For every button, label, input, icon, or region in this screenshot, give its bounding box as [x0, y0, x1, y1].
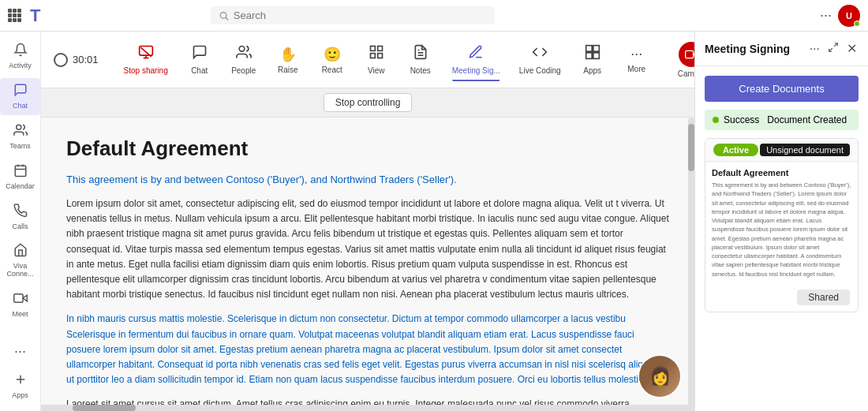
svg-rect-8 [13, 294, 22, 303]
apps-grid-icon[interactable] [8, 9, 22, 23]
panel-close-icon[interactable]: ✕ [845, 39, 859, 58]
sidebar-activity-label: Activity [9, 62, 32, 70]
sidebar-item-teams[interactable]: Teams [0, 118, 40, 155]
participant-avatar: 👩 [638, 354, 682, 398]
sidebar: Activity Chat Teams Calendar Calls [0, 32, 41, 411]
people-button[interactable]: People [222, 41, 266, 78]
doc-preview-text: This agreement is by and between Contoso… [712, 181, 851, 278]
sidebar-calls-label: Calls [12, 223, 28, 231]
more-toolbar-icon: ··· [630, 46, 642, 62]
panel-header-icons: ··· ✕ [808, 39, 859, 58]
sidebar-item-meet[interactable]: Meet [0, 286, 40, 323]
success-bar: Success Document Created [705, 110, 859, 130]
panel-more-icon[interactable]: ··· [808, 40, 821, 58]
chat-icon [13, 83, 28, 101]
svg-point-15 [239, 47, 245, 52]
calls-icon [13, 204, 28, 222]
search-input[interactable] [234, 9, 487, 21]
chat-label: Chat [191, 66, 208, 75]
apps-toolbar-icon [585, 44, 600, 64]
live-coding-label: Live Coding [519, 66, 561, 75]
svg-rect-22 [586, 46, 592, 51]
create-documents-button[interactable]: Create Documents [705, 76, 859, 102]
live-coding-button[interactable]: Live Coding [510, 41, 571, 78]
sidebar-item-more[interactable]: ··· [0, 338, 40, 364]
toolbar-items: Stop sharing Chat People [114, 41, 659, 78]
camera-button[interactable]: Camera [672, 39, 694, 81]
live-coding-icon [532, 44, 548, 64]
view-label: View [368, 66, 385, 75]
content-area: 30:01 Stop sharing Ch [41, 32, 868, 411]
avatar[interactable]: U [838, 5, 860, 27]
meeting-sig-button[interactable]: Meeting Sig... [443, 41, 510, 78]
stop-sharing-label: Stop sharing [124, 66, 168, 75]
people-icon [236, 44, 252, 64]
react-icon: 🙂 [324, 46, 341, 63]
scroll-bar-vertical[interactable] [688, 118, 694, 411]
view-button[interactable]: View [354, 41, 398, 78]
meet-icon [13, 291, 28, 309]
scroll-thumb-horizontal[interactable] [73, 405, 136, 411]
timer-display: 30:01 [73, 54, 99, 65]
sidebar-teams-label: Teams [9, 143, 31, 151]
scroll-bar-horizontal[interactable] [41, 405, 694, 411]
panel-expand-icon[interactable] [826, 40, 840, 58]
stop-sharing-button[interactable]: Stop sharing [114, 41, 178, 78]
chat-button[interactable]: Chat [178, 41, 222, 78]
doc-paragraph-2: In nibh mauris cursus mattis molestie. S… [66, 312, 669, 387]
meeting-sig-icon [468, 44, 484, 64]
svg-rect-24 [593, 53, 600, 59]
teams-icon [13, 123, 28, 141]
camera-label: Camera [678, 69, 694, 78]
svg-rect-19 [370, 54, 375, 58]
notes-button[interactable]: Notes [398, 41, 443, 78]
toolbar-right: Camera Mic Share [672, 39, 694, 81]
more-toolbar-button[interactable]: ··· More [615, 43, 659, 77]
svg-line-31 [834, 43, 837, 46]
top-bar-right: ··· U [820, 5, 860, 27]
sidebar-viva-label: Viva Conne... [0, 263, 40, 278]
sidebar-item-calls[interactable]: Calls [0, 199, 40, 236]
sidebar-chat-label: Chat [13, 103, 28, 110]
panel-header: Meeting Signing ··· ✕ [695, 32, 868, 66]
raise-button[interactable]: ✋ Raise [266, 43, 310, 77]
teams-logo: T [30, 6, 40, 26]
shared-badge: Shared [797, 290, 850, 305]
doc-paragraph-1: Lorem ipsum dolor sit amet, consectetur … [66, 196, 669, 302]
apps-toolbar-button[interactable]: Apps [571, 41, 615, 78]
scroll-thumb-vertical[interactable] [688, 124, 694, 171]
sidebar-item-viva[interactable]: Viva Conne... [0, 238, 40, 283]
activity-icon [13, 43, 28, 61]
svg-rect-27 [686, 50, 694, 58]
sidebar-item-apps[interactable]: Apps [0, 368, 40, 405]
document-card: Active Unsigned document Default Agreeme… [705, 138, 859, 312]
react-button[interactable]: 🙂 React [310, 43, 354, 77]
react-label: React [322, 65, 342, 74]
notes-label: Notes [410, 66, 431, 75]
panel-title: Meeting Signing [705, 43, 790, 55]
svg-marker-7 [23, 295, 27, 301]
search-bar[interactable] [211, 6, 495, 24]
document-scroll-area[interactable]: Default Agreement This agreement is by a… [41, 118, 694, 411]
sidebar-item-calendar[interactable]: Calendar [0, 159, 40, 196]
document-subtitle: This agreement is by and between Contoso… [66, 174, 669, 185]
status-dot [854, 21, 860, 27]
meeting-signing-panel: Meeting Signing ··· ✕ Create Documents S… [694, 32, 868, 411]
shared-badge-row: Shared [705, 285, 858, 312]
document-title: Default Agreement [66, 136, 669, 161]
apps-toolbar-label: Apps [583, 66, 601, 75]
stop-controlling-bar: Stop controlling [41, 88, 694, 118]
sidebar-item-chat[interactable]: Chat [0, 78, 40, 115]
sidebar-meet-label: Meet [12, 311, 28, 319]
sidebar-item-activity[interactable]: Activity [0, 38, 40, 75]
panel-body: Create Documents Success Document Create… [695, 66, 868, 411]
participant-avatar-image: 👩 [639, 356, 680, 397]
meeting-toolbar: 30:01 Stop sharing Ch [41, 32, 694, 88]
svg-rect-18 [377, 54, 382, 58]
sidebar-calendar-label: Calendar [6, 183, 35, 191]
doc-preview-title: Default Agreement [712, 168, 851, 177]
more-options-icon[interactable]: ··· [820, 7, 832, 24]
svg-line-32 [829, 48, 832, 51]
stop-controlling-button[interactable]: Stop controlling [324, 93, 413, 112]
doc-card-header: Active Unsigned document [705, 139, 858, 161]
